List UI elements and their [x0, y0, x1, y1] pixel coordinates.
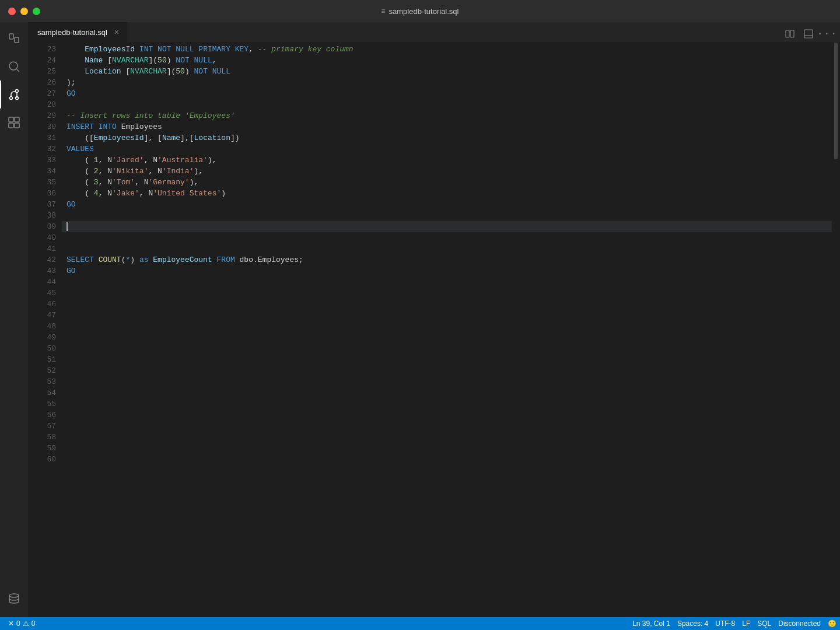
svg-rect-1	[15, 37, 19, 43]
ln-34: 34	[28, 166, 56, 177]
svg-point-12	[9, 594, 19, 597]
cursor-position-text: Ln 39, Col 1	[632, 620, 670, 628]
status-encoding[interactable]: UTF-8	[712, 617, 738, 630]
code-line-54	[62, 387, 832, 398]
code-line-40	[62, 232, 832, 243]
ln-51: 51	[28, 354, 56, 365]
code-line-44	[62, 276, 832, 288]
status-language[interactable]: SQL	[754, 617, 775, 630]
activity-icon-extensions[interactable]	[0, 108, 28, 136]
code-line-47	[62, 310, 832, 321]
ln-52: 52	[28, 365, 56, 376]
close-button[interactable]	[8, 8, 16, 15]
ln-57: 57	[28, 421, 56, 432]
tab-bar: sampledb-tutorial.sql × ···	[28, 22, 840, 43]
code-line-58	[62, 432, 832, 443]
ln-54: 54	[28, 387, 56, 398]
code-line-29: -- Insert rows into table 'Employees'	[62, 110, 832, 121]
smiley-icon: 🙂	[828, 620, 836, 628]
ln-25: 25	[28, 66, 56, 77]
code-line-56	[62, 410, 832, 421]
ln-24: 24	[28, 55, 56, 66]
split-editor-button[interactable]	[782, 26, 798, 42]
toggle-panel-button[interactable]	[800, 26, 817, 42]
code-line-60	[62, 454, 832, 465]
ln-48: 48	[28, 321, 56, 332]
ln-31: 31	[28, 132, 56, 144]
code-content[interactable]: EmployeesId INT NOT NULL PRIMARY KEY, --…	[62, 43, 832, 617]
code-line-30: INSERT INTO Employees	[62, 121, 832, 132]
code-line-41	[62, 243, 832, 254]
spaces-text: Spaces: 4	[677, 620, 708, 628]
ln-56: 56	[28, 410, 56, 421]
connection-text: Disconnected	[778, 620, 821, 628]
status-spaces[interactable]: Spaces: 4	[674, 617, 712, 630]
activity-icon-explorer[interactable]	[0, 24, 28, 52]
code-line-31: ([EmployeesId], [Name],[Location])	[62, 132, 832, 144]
code-line-37: GO	[62, 199, 832, 210]
editor-area: sampledb-tutorial.sql × ···	[28, 22, 840, 617]
activity-icon-search[interactable]	[0, 52, 28, 80]
code-line-50	[62, 343, 832, 354]
ln-50: 50	[28, 343, 56, 354]
svg-rect-9	[15, 117, 19, 122]
code-line-34: ( 2, N'Nikita', N'India'),	[62, 166, 832, 177]
active-tab[interactable]: sampledb-tutorial.sql ×	[28, 22, 128, 42]
code-line-51	[62, 354, 832, 365]
minimize-button[interactable]	[20, 8, 28, 15]
code-line-24: Name [NVARCHAR](50) NOT NULL,	[62, 55, 832, 66]
error-icon: ✕	[8, 620, 14, 628]
title-bar-icon: ≡	[382, 7, 386, 15]
code-line-39	[62, 221, 832, 232]
title-bar-title: sampledb-tutorial.sql	[389, 7, 459, 16]
code-line-43: GO	[62, 265, 832, 276]
activity-icon-source-control[interactable]	[0, 80, 28, 108]
svg-rect-10	[9, 123, 13, 128]
code-line-25: Location [NVARCHAR](50) NOT NULL	[62, 66, 832, 77]
ln-32: 32	[28, 144, 56, 155]
code-line-26: );	[62, 77, 832, 88]
svg-rect-14	[790, 30, 794, 37]
ln-40: 40	[28, 232, 56, 243]
more-actions-button[interactable]: ···	[819, 26, 835, 42]
status-errors[interactable]: ✕ 0 ⚠ 0	[5, 617, 38, 630]
ln-55: 55	[28, 398, 56, 410]
code-line-57	[62, 421, 832, 432]
ln-26: 26	[28, 77, 56, 88]
ln-59: 59	[28, 443, 56, 454]
maximize-button[interactable]	[33, 8, 40, 15]
ln-36: 36	[28, 188, 56, 199]
code-line-46	[62, 299, 832, 310]
ln-47: 47	[28, 310, 56, 321]
tab-label: sampledb-tutorial.sql	[37, 28, 107, 37]
ln-39: 39	[28, 221, 56, 232]
status-smiley[interactable]: 🙂	[824, 617, 840, 630]
ln-49: 49	[28, 332, 56, 343]
code-line-33: ( 1, N'Jared', N'Australia'),	[62, 155, 832, 166]
status-right: Ln 39, Col 1 Spaces: 4 UTF-8 LF SQL Disc…	[629, 617, 840, 630]
svg-point-4	[10, 97, 13, 100]
code-line-27: GO	[62, 88, 832, 99]
code-line-48	[62, 321, 832, 332]
ln-41: 41	[28, 243, 56, 254]
ln-60: 60	[28, 454, 56, 465]
status-eol[interactable]: LF	[738, 617, 754, 630]
status-connection[interactable]: Disconnected	[775, 617, 824, 630]
svg-rect-15	[804, 30, 813, 38]
line-numbers: 23 24 25 26 27 28 29 30 31 32 33 34 35 3…	[28, 43, 62, 617]
tab-close-button[interactable]: ×	[112, 27, 121, 37]
activity-icon-database[interactable]	[0, 584, 28, 612]
language-text: SQL	[757, 620, 771, 628]
ln-29: 29	[28, 110, 56, 121]
activity-bar-bottom	[0, 584, 28, 617]
code-line-49	[62, 332, 832, 343]
code-editor[interactable]: 23 24 25 26 27 28 29 30 31 32 33 34 35 3…	[28, 43, 840, 617]
svg-line-3	[17, 69, 20, 72]
scrollbar-track[interactable]	[832, 43, 840, 617]
scrollbar-thumb[interactable]	[834, 43, 838, 159]
code-line-53	[62, 376, 832, 387]
status-cursor-position[interactable]: Ln 39, Col 1	[629, 617, 674, 630]
ln-43: 43	[28, 265, 56, 276]
code-line-59	[62, 443, 832, 454]
ln-38: 38	[28, 210, 56, 221]
